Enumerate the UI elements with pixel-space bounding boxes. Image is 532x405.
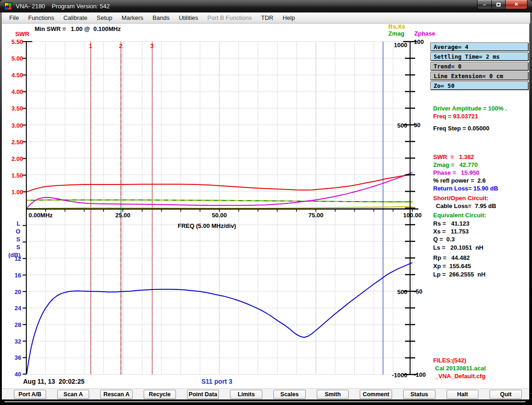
raxis-outer-100: 100	[414, 38, 424, 45]
raxis-inner-500: 500	[382, 288, 407, 295]
readout-17: Lp = 266.2555 nH	[433, 271, 485, 278]
status-s11-port: S11 port 3	[201, 378, 232, 385]
freq-tick-100: 100.00	[399, 212, 426, 219]
rsxs-axis-title: Rs,Xs	[388, 23, 405, 30]
loss-title-3: S	[4, 244, 20, 251]
recycle-button[interactable]: Recycle	[144, 390, 176, 399]
swr-tick-4.50: 4.50	[4, 72, 23, 79]
readout-12: Xs = 11.753	[433, 228, 469, 235]
swr-tick-3.50: 3.50	[4, 105, 23, 112]
halt-button[interactable]: Halt	[447, 390, 479, 399]
readout-13: Q = 0.3	[433, 236, 455, 243]
freq-tick-50: 50.00	[206, 212, 233, 219]
readout-11: Rs = 41.123	[433, 220, 469, 227]
bottom-button-bar: Port A/BScan ARescan ARecyclePoint DataL…	[2, 388, 529, 399]
infobox-average[interactable]: Average= 4	[430, 43, 528, 51]
raxis-outer--100: -100	[414, 371, 426, 378]
readout-6: % refl power = 2.6	[433, 177, 486, 184]
readout-19: Cal 20130811.acal	[435, 365, 486, 372]
readout-16: Xp = 155.645	[433, 263, 471, 270]
readout-5: Phase = 15.950	[433, 169, 479, 176]
infobox-settling-time[interactable]: Settling Time= 2 ms	[430, 52, 528, 61]
freq-tick-25: 25.00	[109, 212, 137, 219]
swr-tick-1.50: 1.50	[4, 172, 23, 179]
zphase-axis-title: Zphase	[414, 30, 435, 37]
loss-title-0: L	[4, 220, 20, 227]
status-button[interactable]: Status	[403, 390, 435, 399]
application-window: N VNA- 2180 Program Version: 542 – ✕ Fil…	[0, 0, 532, 405]
frame-inner-line	[5, 401, 526, 402]
readout-15: Rp = 44.482	[433, 254, 470, 261]
scales-button[interactable]: Scales	[273, 390, 306, 399]
marker-label-1[interactable]: 1	[89, 43, 92, 49]
swr-tick-3.00: 3.00	[4, 122, 23, 129]
infobox-zo[interactable]: Zo= 50	[430, 81, 528, 90]
min-swr-readout: Min SWR = 1.00 @ 0.100MHz	[35, 25, 121, 32]
readout-4: Zmag = 42.770	[433, 161, 478, 168]
loss-tick-40: 40	[4, 371, 21, 378]
point-data-button[interactable]: Point Data	[187, 390, 219, 399]
readout-1: Freq = 93.03721	[433, 113, 478, 120]
freq-tick-75: 75.00	[302, 212, 330, 219]
marker-label-3[interactable]: 3	[151, 43, 154, 49]
marker-label-2[interactable]: 2	[119, 43, 122, 49]
swr-axis-title: SWR	[15, 31, 29, 37]
loss-tick-24: 24	[4, 305, 21, 312]
freq-tick-0: 0.00MHz	[29, 212, 53, 219]
readout-3: SWR = 1.382	[433, 153, 474, 160]
readout-7: Return Loss= 15.90 dB	[433, 185, 498, 192]
readout-14: Ls = 20.1051 nH	[433, 244, 484, 251]
infobox-line-extension[interactable]: Line Extension= 0 cm	[430, 72, 528, 80]
readout-8: Short/Open Circuit:	[433, 195, 489, 202]
loss-tick-28: 28	[4, 321, 21, 328]
swr-tick-5.00: 5.00	[4, 55, 23, 62]
loss-tick-32: 32	[4, 338, 21, 345]
readout-20: _VNA_Default.cfg	[435, 373, 485, 380]
freq-axis-label: FREQ (5.00 MHz/div)	[172, 222, 242, 229]
readout-2: Freq Step = 0.05000	[433, 125, 490, 132]
smith-button[interactable]: Smith	[317, 390, 349, 399]
window-frame-bottom	[0, 399, 532, 405]
loss-tick-20: 20	[4, 288, 21, 295]
loss-title-2: S	[4, 236, 20, 243]
readout-18: FILES:(542)	[433, 357, 466, 364]
loss-title-1: O	[4, 228, 20, 235]
swr-tick-2.50: 2.50	[4, 139, 23, 146]
scan-a-button[interactable]: Scan A	[57, 390, 90, 399]
loss-tick-12: 12	[4, 255, 21, 262]
zmag-axis-title: Zmag	[388, 30, 405, 37]
raxis-inner--1000: -1000	[382, 372, 407, 379]
raxis-outer--50: -50	[414, 288, 423, 295]
swr-tick-2.00: 2.00	[4, 155, 23, 162]
loss-tick-16: 16	[4, 272, 21, 279]
status-datetime: Aug 11, 13 20:02:25	[23, 378, 85, 385]
swr-tick-4.00: 4.00	[4, 88, 23, 95]
swr-tick-5.50: 5.50	[4, 38, 23, 45]
quit-button[interactable]: Quit	[490, 390, 522, 399]
raxis-inner-500: 500	[382, 122, 407, 129]
infobox-trend[interactable]: Trend= 0	[430, 62, 528, 70]
raxis-inner-1000: 1000	[382, 42, 407, 49]
swr-tick-1.00: 1.00	[4, 189, 23, 196]
readout-9: Cable Loss= 7.95 dB	[436, 202, 496, 209]
readout-10: Equivalent Circuit:	[433, 212, 486, 219]
readout-0: Driver Amplitude = 100% .	[433, 105, 507, 112]
port-a-b-button[interactable]: Port A/B	[14, 390, 46, 399]
raxis-outer-50: 50	[414, 122, 420, 129]
limits-button[interactable]: Limits	[230, 390, 262, 399]
rescan-a-button[interactable]: Rescan A	[100, 390, 133, 399]
comment-button[interactable]: Comment	[360, 390, 392, 399]
loss-tick-36: 36	[4, 354, 21, 361]
